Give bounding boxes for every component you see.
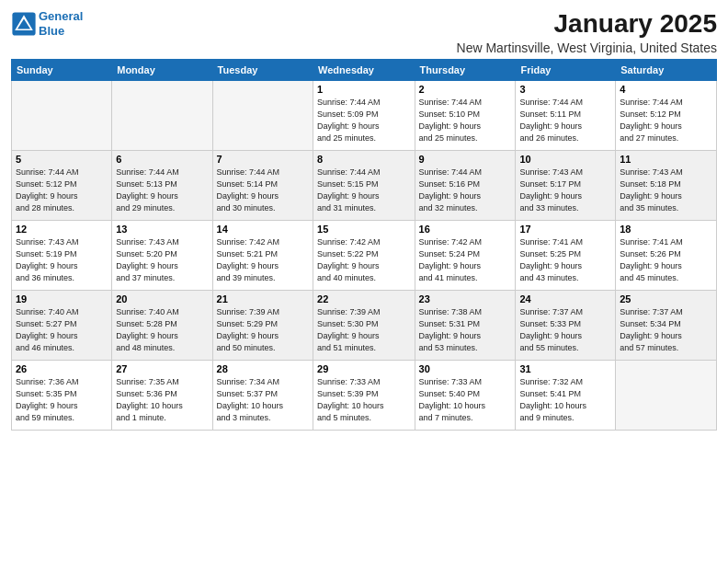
calendar-table: SundayMondayTuesdayWednesdayThursdayFrid… [11, 59, 717, 431]
day-info: Sunrise: 7:37 AM Sunset: 5:34 PM Dayligh… [620, 306, 712, 354]
day-number: 4 [620, 84, 712, 95]
calendar-cell [112, 81, 212, 151]
day-number: 15 [317, 224, 411, 235]
calendar-cell: 29Sunrise: 7:33 AM Sunset: 5:39 PM Dayli… [313, 361, 415, 431]
calendar-cell: 22Sunrise: 7:39 AM Sunset: 5:30 PM Dayli… [313, 291, 415, 361]
day-header-thursday: Thursday [415, 60, 516, 81]
day-info: Sunrise: 7:43 AM Sunset: 5:19 PM Dayligh… [16, 236, 108, 284]
day-info: Sunrise: 7:42 AM Sunset: 5:24 PM Dayligh… [419, 236, 512, 284]
day-info: Sunrise: 7:44 AM Sunset: 5:11 PM Dayligh… [519, 97, 611, 144]
day-number: 27 [116, 363, 208, 374]
calendar-cell: 12Sunrise: 7:43 AM Sunset: 5:19 PM Dayli… [12, 221, 112, 291]
day-info: Sunrise: 7:32 AM Sunset: 5:41 PM Dayligh… [519, 376, 611, 424]
calendar-cell: 25Sunrise: 7:37 AM Sunset: 5:34 PM Dayli… [616, 291, 717, 361]
day-info: Sunrise: 7:38 AM Sunset: 5:31 PM Dayligh… [419, 306, 512, 354]
day-info: Sunrise: 7:44 AM Sunset: 5:13 PM Dayligh… [116, 167, 208, 214]
day-number: 7 [217, 154, 309, 165]
logo-text: General Blue [39, 9, 83, 38]
week-row-3: 12Sunrise: 7:43 AM Sunset: 5:19 PM Dayli… [12, 221, 717, 291]
day-number: 6 [116, 154, 208, 165]
day-info: Sunrise: 7:39 AM Sunset: 5:30 PM Dayligh… [317, 306, 411, 354]
calendar-cell: 1Sunrise: 7:44 AM Sunset: 5:09 PM Daylig… [313, 81, 415, 151]
day-info: Sunrise: 7:41 AM Sunset: 5:26 PM Dayligh… [620, 236, 712, 284]
day-number: 13 [116, 224, 208, 235]
calendar-cell: 14Sunrise: 7:42 AM Sunset: 5:21 PM Dayli… [212, 221, 313, 291]
calendar-cell: 10Sunrise: 7:43 AM Sunset: 5:17 PM Dayli… [516, 151, 616, 221]
day-info: Sunrise: 7:40 AM Sunset: 5:28 PM Dayligh… [116, 306, 208, 354]
calendar-cell: 16Sunrise: 7:42 AM Sunset: 5:24 PM Dayli… [415, 221, 516, 291]
day-header-tuesday: Tuesday [212, 60, 313, 81]
calendar-cell [12, 81, 112, 151]
day-number: 8 [317, 154, 411, 165]
calendar-cell: 3Sunrise: 7:44 AM Sunset: 5:11 PM Daylig… [516, 81, 616, 151]
day-header-sunday: Sunday [12, 60, 112, 81]
week-row-1: 1Sunrise: 7:44 AM Sunset: 5:09 PM Daylig… [12, 81, 717, 151]
day-number: 23 [419, 293, 512, 304]
day-info: Sunrise: 7:37 AM Sunset: 5:33 PM Dayligh… [519, 306, 611, 354]
day-number: 1 [317, 84, 411, 95]
calendar-cell: 28Sunrise: 7:34 AM Sunset: 5:37 PM Dayli… [212, 361, 313, 431]
week-row-5: 26Sunrise: 7:36 AM Sunset: 5:35 PM Dayli… [12, 361, 717, 431]
header: General Blue January 2025 New Martinsvil… [11, 9, 717, 55]
calendar-cell: 15Sunrise: 7:42 AM Sunset: 5:22 PM Dayli… [313, 221, 415, 291]
calendar-cell: 31Sunrise: 7:32 AM Sunset: 5:41 PM Dayli… [516, 361, 616, 431]
logo: General Blue [11, 9, 83, 38]
calendar-cell: 11Sunrise: 7:43 AM Sunset: 5:18 PM Dayli… [616, 151, 717, 221]
day-info: Sunrise: 7:34 AM Sunset: 5:37 PM Dayligh… [217, 376, 309, 424]
day-info: Sunrise: 7:33 AM Sunset: 5:39 PM Dayligh… [317, 376, 411, 424]
title-block: January 2025 New Martinsville, West Virg… [457, 9, 717, 55]
calendar-cell [616, 361, 717, 431]
day-number: 18 [620, 224, 712, 235]
day-number: 26 [16, 363, 108, 374]
day-info: Sunrise: 7:41 AM Sunset: 5:25 PM Dayligh… [519, 236, 611, 284]
day-number: 21 [217, 293, 309, 304]
calendar-cell: 23Sunrise: 7:38 AM Sunset: 5:31 PM Dayli… [415, 291, 516, 361]
day-number: 5 [16, 154, 108, 165]
day-info: Sunrise: 7:40 AM Sunset: 5:27 PM Dayligh… [16, 306, 108, 354]
day-number: 22 [317, 293, 411, 304]
calendar-cell: 27Sunrise: 7:35 AM Sunset: 5:36 PM Dayli… [112, 361, 212, 431]
day-info: Sunrise: 7:44 AM Sunset: 5:12 PM Dayligh… [620, 97, 712, 144]
day-info: Sunrise: 7:36 AM Sunset: 5:35 PM Dayligh… [16, 376, 108, 424]
day-number: 3 [519, 84, 611, 95]
day-info: Sunrise: 7:44 AM Sunset: 5:12 PM Dayligh… [16, 167, 108, 214]
day-info: Sunrise: 7:39 AM Sunset: 5:29 PM Dayligh… [217, 306, 309, 354]
calendar-cell: 9Sunrise: 7:44 AM Sunset: 5:16 PM Daylig… [415, 151, 516, 221]
calendar-cell: 7Sunrise: 7:44 AM Sunset: 5:14 PM Daylig… [212, 151, 313, 221]
calendar-cell: 26Sunrise: 7:36 AM Sunset: 5:35 PM Dayli… [12, 361, 112, 431]
header-row: SundayMondayTuesdayWednesdayThursdayFrid… [12, 60, 717, 81]
day-number: 24 [519, 293, 611, 304]
calendar-cell: 8Sunrise: 7:44 AM Sunset: 5:15 PM Daylig… [313, 151, 415, 221]
calendar-cell: 24Sunrise: 7:37 AM Sunset: 5:33 PM Dayli… [516, 291, 616, 361]
day-number: 20 [116, 293, 208, 304]
day-info: Sunrise: 7:42 AM Sunset: 5:22 PM Dayligh… [317, 236, 411, 284]
day-header-monday: Monday [112, 60, 212, 81]
page-container: General Blue January 2025 New Martinsvil… [0, 0, 728, 438]
calendar-cell: 13Sunrise: 7:43 AM Sunset: 5:20 PM Dayli… [112, 221, 212, 291]
day-number: 30 [419, 363, 512, 374]
day-info: Sunrise: 7:44 AM Sunset: 5:09 PM Dayligh… [317, 97, 411, 144]
calendar-cell: 5Sunrise: 7:44 AM Sunset: 5:12 PM Daylig… [12, 151, 112, 221]
day-info: Sunrise: 7:44 AM Sunset: 5:10 PM Dayligh… [419, 97, 512, 144]
logo-icon [11, 11, 37, 37]
week-row-2: 5Sunrise: 7:44 AM Sunset: 5:12 PM Daylig… [12, 151, 717, 221]
day-info: Sunrise: 7:44 AM Sunset: 5:16 PM Dayligh… [419, 167, 512, 214]
day-number: 31 [519, 363, 611, 374]
day-number: 9 [419, 154, 512, 165]
day-info: Sunrise: 7:43 AM Sunset: 5:17 PM Dayligh… [519, 167, 611, 214]
calendar-cell: 20Sunrise: 7:40 AM Sunset: 5:28 PM Dayli… [112, 291, 212, 361]
day-number: 2 [419, 84, 512, 95]
day-info: Sunrise: 7:43 AM Sunset: 5:20 PM Dayligh… [116, 236, 208, 284]
calendar-cell [212, 81, 313, 151]
day-number: 28 [217, 363, 309, 374]
day-info: Sunrise: 7:44 AM Sunset: 5:15 PM Dayligh… [317, 167, 411, 214]
day-info: Sunrise: 7:42 AM Sunset: 5:21 PM Dayligh… [217, 236, 309, 284]
day-info: Sunrise: 7:44 AM Sunset: 5:14 PM Dayligh… [217, 167, 309, 214]
day-header-friday: Friday [516, 60, 616, 81]
week-row-4: 19Sunrise: 7:40 AM Sunset: 5:27 PM Dayli… [12, 291, 717, 361]
day-number: 25 [620, 293, 712, 304]
calendar-cell: 2Sunrise: 7:44 AM Sunset: 5:10 PM Daylig… [415, 81, 516, 151]
main-title: January 2025 [457, 9, 717, 39]
day-info: Sunrise: 7:33 AM Sunset: 5:40 PM Dayligh… [419, 376, 512, 424]
calendar-cell: 30Sunrise: 7:33 AM Sunset: 5:40 PM Dayli… [415, 361, 516, 431]
